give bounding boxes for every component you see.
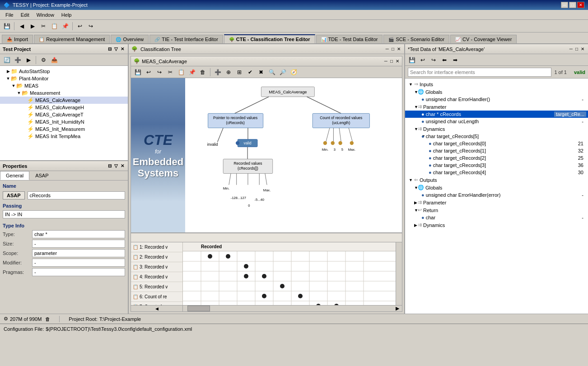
data-item-inputs[interactable]: ▼ ⇒ Inputs (405, 80, 588, 88)
tree-item-initmeasure[interactable]: ⚡ MEAS_Init_Measurem (0, 125, 128, 133)
test-data-tree[interactable]: ▼ ⇒ Inputs ▼ 🌐 Globals ● unsigned char E… (405, 79, 588, 314)
data-item-errorhandler-in[interactable]: ● unsigned char ErrorHandler() - (405, 96, 588, 103)
cte-uncheck-btn[interactable]: ✖ (256, 67, 266, 77)
cte-del-btn[interactable]: 🗑 (198, 67, 208, 77)
scroll-right-btn[interactable]: ▶ (396, 306, 402, 311)
proj-run-button[interactable]: ▶ (23, 55, 33, 65)
data-item-uclength[interactable]: ● unsigned char ucLength - (405, 118, 588, 125)
menu-edit[interactable]: Edit (17, 11, 33, 19)
td-restore-button[interactable]: ─ (569, 46, 574, 51)
passing-input[interactable] (3, 210, 125, 218)
proj-add-button[interactable]: ➕ (13, 55, 23, 65)
tree-item-inittempmea[interactable]: ⚡ MEAS Init TempMea (0, 133, 128, 140)
cte-save-btn[interactable]: 💾 (133, 67, 143, 77)
cte-back-btn[interactable]: ↩ (144, 67, 154, 77)
props-restore-button[interactable]: ⊟ (107, 163, 112, 168)
panel-max-button[interactable]: ▽ (113, 46, 119, 51)
cte-add-eq-btn[interactable]: ⊕ (224, 67, 233, 77)
data-item-target-array[interactable]: ▼ ● char target_cRecords[5] (405, 133, 588, 140)
props-close-button[interactable]: ✕ (120, 163, 125, 168)
cte-inner-max-button[interactable]: □ (390, 59, 393, 64)
cte-copy-btn[interactable]: 📋 (176, 67, 186, 77)
data-item-globals-in[interactable]: ▼ 🌐 Globals (405, 88, 588, 96)
data-item-parameter-in[interactable]: ▼ ⇉ Parameter (405, 103, 588, 111)
cte-add-cls-btn[interactable]: ➕ (213, 67, 223, 77)
tree-item-meas[interactable]: ▼ 📂 MEAS (0, 82, 128, 89)
data-item-crecords-3[interactable]: ● char target_cRecords[3] 36 (405, 162, 588, 169)
tree-item-calcaverage[interactable]: ⚡ MEAS_CalcAverage (0, 97, 128, 104)
cte-max-button[interactable]: □ (391, 46, 395, 51)
td-back2-btn[interactable]: ⬅ (439, 55, 449, 65)
props-arrow-button[interactable]: ▽ (113, 163, 119, 168)
td-back-btn[interactable]: ↩ (418, 55, 428, 65)
name-input[interactable] (28, 191, 125, 199)
save-button[interactable]: 💾 (2, 21, 12, 31)
close-button[interactable]: ✕ (577, 2, 584, 8)
pragmas-input[interactable] (32, 268, 125, 276)
cte-nav-btn[interactable]: 🧭 (289, 67, 299, 77)
menu-window[interactable]: Window (33, 11, 58, 19)
size-input[interactable] (32, 240, 125, 248)
data-item-return-char[interactable]: ● char - (405, 214, 588, 221)
tab-cte[interactable]: 🌳 CTE - Classification Tree Editor (224, 34, 315, 43)
tab-import[interactable]: 📥 Import (2, 35, 33, 43)
data-item-parameter-out[interactable]: ▶ ⇉ Parameter (405, 199, 588, 206)
menu-file[interactable]: File (2, 11, 17, 19)
type-input[interactable] (32, 230, 125, 238)
window-controls[interactable]: ─ □ ✕ (561, 2, 584, 8)
minimize-button[interactable]: ─ (561, 2, 568, 8)
proj-settings-button[interactable]: ⚙ (38, 55, 48, 65)
tab-requirement[interactable]: 📋 Requirement Management (34, 35, 110, 43)
data-item-crecords-2[interactable]: ● char target_cRecords[2] 25 (405, 154, 588, 162)
data-item-errorhandler-out[interactable]: ● unsigned char ErrorHandler(error) - (405, 191, 588, 199)
props-tab-general[interactable]: General (0, 171, 29, 180)
td-fwd-btn[interactable]: ↪ (429, 55, 439, 65)
cte-cut-btn[interactable]: ✂ (165, 67, 175, 77)
td-fwd2-btn[interactable]: ➡ (450, 55, 460, 65)
proj-export-button[interactable]: 📤 (49, 55, 59, 65)
tab-cv[interactable]: 📈 CV - Coverage Viewer (450, 35, 517, 43)
menu-help[interactable]: Help (58, 11, 75, 19)
tab-sce[interactable]: 🎬 SCE - Scenario Editor (383, 35, 449, 43)
scroll-left-btn[interactable]: ◀ (131, 306, 183, 311)
tree-item-measurement[interactable]: ▼ 📂 Measurement (0, 89, 128, 97)
cte-inner-close-button[interactable]: ✕ (396, 59, 399, 64)
tree-item-plantmonitor[interactable]: ▼ 📂 Plant-Monitor (0, 75, 128, 82)
cte-paste-btn[interactable]: 📌 (187, 67, 197, 77)
cte-zoom-out-btn[interactable]: 🔎 (278, 67, 288, 77)
panel-close-button[interactable]: ✕ (120, 46, 125, 51)
cte-fwd-btn[interactable]: ↪ (154, 67, 164, 77)
tree-item-inithumidity[interactable]: ⚡ MEAS_Init_HumidityN (0, 118, 128, 125)
data-item-return[interactable]: ▼ ↩ Return (405, 206, 588, 214)
cte-inner-min-button[interactable]: ─ (384, 59, 387, 64)
data-item-crecords[interactable]: ● char * cRecords target_cRe... (405, 111, 588, 118)
proj-refresh-button[interactable]: 🔄 (2, 55, 12, 65)
grid-vscroll[interactable] (396, 242, 402, 305)
back-button[interactable]: ◀ (17, 21, 27, 31)
td-save-btn[interactable]: 💾 (407, 55, 417, 65)
tree-item-autostop[interactable]: ▶ 📁 AutoStartStop (0, 68, 128, 75)
project-tree[interactable]: ▶ 📁 AutoStartStop ▼ 📂 Plant-Monitor ▼ 📂 … (0, 66, 128, 160)
forward-button[interactable]: ▶ (28, 21, 37, 31)
grid-hscroll[interactable] (183, 306, 396, 311)
paste-button[interactable]: 📌 (60, 21, 70, 31)
redo-button[interactable]: ↪ (86, 21, 96, 31)
data-item-dynamics-in[interactable]: ▼ ⇉ Dynamics (405, 125, 588, 133)
asap-button[interactable]: ASAP (3, 191, 25, 199)
tree-item-calcaverageti[interactable]: ⚡ MEAS_CalcAverageT (0, 111, 128, 118)
undo-button[interactable]: ↩ (75, 21, 85, 31)
data-item-dynamics-out[interactable]: ▶ ⇉ Dynamics (405, 221, 588, 229)
panel-restore-button[interactable]: ⊟ (107, 46, 112, 51)
props-tab-asap[interactable]: ASAP (29, 171, 54, 180)
td-close-button[interactable]: ✕ (580, 46, 585, 51)
data-item-crecords-0[interactable]: ● char target_cRecords[0] 21 (405, 140, 588, 147)
tab-tie[interactable]: 🔗 TIE - Test Interface Editor (149, 35, 223, 43)
scope-input[interactable] (32, 249, 125, 257)
tab-overview[interactable]: 🌐 Overview (111, 35, 149, 43)
tree-item-calcaverageh[interactable]: ⚡ MEAS_CalcAverageH (0, 104, 128, 111)
cut-button[interactable]: ✂ (38, 21, 48, 31)
data-item-crecords-1[interactable]: ● char target_cRecords[1] 32 (405, 147, 588, 154)
cte-check-btn[interactable]: ✔ (245, 67, 255, 77)
maximize-button[interactable]: □ (569, 2, 576, 8)
cte-zoom-in-btn[interactable]: 🔍 (267, 67, 277, 77)
